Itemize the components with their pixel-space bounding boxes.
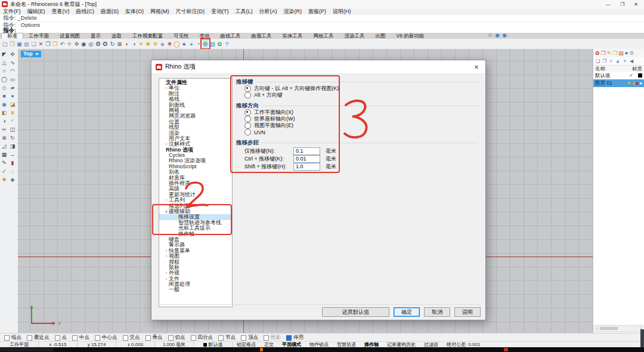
four-viewports-icon[interactable]: ⊞ <box>116 40 123 48</box>
box-panel-icon[interactable]: ❒ <box>601 50 606 57</box>
planet-icon[interactable]: ◔ <box>195 40 202 48</box>
checkbox-icon[interactable] <box>264 335 269 341</box>
checkbox-icon[interactable] <box>286 335 292 341</box>
text-tool-icon[interactable]: ✎ <box>0 159 8 167</box>
tree-item[interactable]: 光标工具提示 <box>159 226 232 231</box>
sun-icon[interactable]: ☀ <box>138 40 144 48</box>
scrollbar-thumb[interactable] <box>600 327 618 330</box>
checkbox-icon[interactable] <box>168 335 174 341</box>
viewport-title-badge[interactable]: Top <box>21 51 41 57</box>
osnap-toggle[interactable]: 顶点 <box>241 334 258 341</box>
select-arrow-icon[interactable]: ◤ <box>0 50 8 58</box>
close-button[interactable]: ✕ <box>634 2 638 7</box>
pan-icon[interactable]: ✛ <box>66 40 73 48</box>
lock-icon[interactable]: ◈ <box>159 40 166 48</box>
delete-icon[interactable]: ✕ <box>38 40 44 48</box>
scale-icon[interactable]: ◿ <box>0 142 8 150</box>
toolbar-tab[interactable]: 渲染工具 <box>339 33 370 39</box>
render-flower-icon[interactable]: ✿ <box>216 40 223 48</box>
osnap-toggle[interactable]: 点 <box>55 334 67 341</box>
step-value-input[interactable]: 0.01 <box>293 155 320 163</box>
surface-icon[interactable]: ▰ <box>8 84 17 92</box>
dialog-title-bar[interactable]: Rhino 选项 ✕ <box>151 60 485 74</box>
maximize-button[interactable]: ❐ <box>620 2 624 7</box>
layer-state-icon[interactable]: ◆ <box>631 79 635 87</box>
save-file-icon[interactable]: ▣ <box>16 40 23 48</box>
array-icon[interactable]: ▦ <box>0 150 8 159</box>
export-icon[interactable]: ❏ <box>30 40 37 48</box>
join-icon[interactable]: ⊕ <box>0 134 8 142</box>
split-icon[interactable]: ◫ <box>8 125 17 134</box>
windows-taskbar[interactable] <box>0 347 644 352</box>
osnap-toggle[interactable]: 节点 <box>218 334 236 341</box>
osnap-toggle[interactable]: 垂点 <box>145 334 163 341</box>
fillet-icon[interactable]: ◜ <box>8 117 17 125</box>
checkbox-icon[interactable] <box>55 335 60 341</box>
minimize-button[interactable]: — <box>606 2 611 7</box>
check-icon[interactable]: ✓ <box>0 167 8 175</box>
checkbox-icon[interactable] <box>191 335 196 341</box>
rotate-icon[interactable]: ↻ <box>8 134 17 142</box>
move-icon[interactable]: ✜ <box>73 40 80 48</box>
material-icon[interactable]: ◆ <box>8 175 17 184</box>
wireframe-view-icon[interactable]: ◑ <box>131 40 137 48</box>
box-icon[interactable]: ■ <box>0 92 8 100</box>
step-value-input[interactable]: 0.1 <box>293 147 320 155</box>
cancel-button[interactable]: 取消 <box>424 307 450 317</box>
osnap-toggle[interactable]: 切点 <box>168 334 185 341</box>
ellipse-icon[interactable]: ◯ <box>0 75 8 84</box>
spotlight-icon[interactable]: ✺ <box>145 40 151 48</box>
toolbar-tab[interactable]: 网格工具 <box>308 33 339 39</box>
tree-expand-icon[interactable]: › <box>164 270 169 276</box>
tree-expand-icon[interactable]: › <box>164 248 169 254</box>
dimension-icon[interactable]: ↔ <box>8 150 17 159</box>
tree-expand-icon[interactable]: ∨ <box>164 209 169 214</box>
collapse-icon[interactable]: ◀ <box>630 58 633 64</box>
polygon-icon[interactable]: ◇ <box>0 84 8 92</box>
boolean-icon[interactable]: ◑ <box>0 117 8 125</box>
checkbox-icon[interactable] <box>123 335 128 341</box>
radio-option[interactable]: UVN <box>244 129 478 135</box>
scroll-left-icon[interactable]: ‹ <box>595 326 599 331</box>
tree-expand-icon[interactable]: › <box>164 85 169 91</box>
osnap-toggle[interactable]: 最近点 <box>27 334 49 341</box>
trim-icon[interactable]: ✂ <box>0 125 8 134</box>
delete-layer-icon[interactable]: ✕ <box>609 58 613 64</box>
toolbar-tab[interactable]: 曲线工具 <box>215 33 246 39</box>
ok-button[interactable]: 确定 <box>394 307 420 317</box>
new-file-icon[interactable]: ▢ <box>2 40 8 48</box>
traffic-light-icon[interactable]: ▮ <box>8 159 17 167</box>
toolbar-tab[interactable]: 可见性 <box>168 33 194 39</box>
pencil-panel-icon[interactable]: ✎ <box>607 50 612 57</box>
toolbar-tab[interactable]: 选取 <box>106 33 127 39</box>
gradient-hatch-icon[interactable]: ▨ <box>209 40 216 48</box>
circle-icon[interactable]: ○ <box>0 67 8 75</box>
zoom-window-icon[interactable]: ◎ <box>88 40 94 48</box>
step-value-input[interactable]: 1.0 <box>293 163 320 171</box>
zoom-selected-icon[interactable]: ✪ <box>102 40 109 48</box>
new-layer-icon[interactable]: ❏ <box>596 58 600 64</box>
checkbox-icon[interactable] <box>72 335 78 341</box>
move-up-icon[interactable]: ▲ <box>615 58 620 64</box>
control-points-icon[interactable]: ✣ <box>8 50 17 58</box>
toolbar-tab[interactable]: 出图 <box>370 33 391 39</box>
sphere-solid-icon[interactable]: ● <box>8 92 17 100</box>
osnap-toggle[interactable]: 中点 <box>72 334 89 341</box>
arc-icon[interactable]: ◠ <box>8 67 17 75</box>
torus-icon[interactable]: ◯ <box>174 40 180 48</box>
layers-panel-icon[interactable]: ▤ <box>618 50 624 57</box>
help-icon[interactable]: ? <box>224 40 230 48</box>
bell-panel-icon[interactable]: ● <box>625 50 628 57</box>
rotate-view-icon[interactable]: ↻ <box>109 40 116 48</box>
record-dot-icon-2[interactable]: ◉ <box>502 33 507 38</box>
paste-icon[interactable]: ❒ <box>52 40 58 48</box>
folder-panel-icon[interactable]: ❐ <box>612 50 617 57</box>
layer-row-layer01[interactable]: 图层 01 ✦◆■● <box>593 79 644 87</box>
checkbox-icon[interactable] <box>95 335 100 341</box>
layer-state-icon[interactable]: ✦ <box>627 79 631 87</box>
properties-wheel-icon[interactable]: ✿ <box>595 50 600 57</box>
tree-expand-icon[interactable]: › <box>164 254 169 259</box>
freeform-curve-icon[interactable]: ∿ <box>8 58 17 67</box>
checkbox-icon[interactable] <box>241 335 246 341</box>
toolbar-tab[interactable]: 标准 <box>1 33 23 39</box>
